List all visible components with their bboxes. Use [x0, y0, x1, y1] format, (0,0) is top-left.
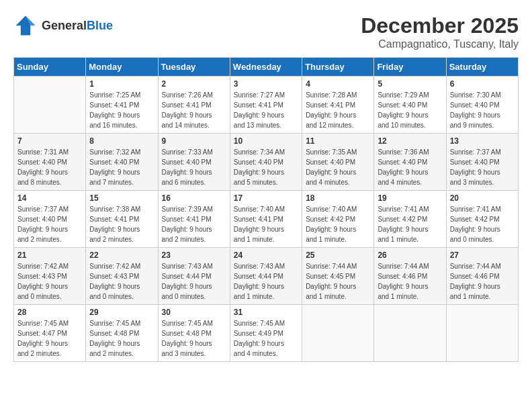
calendar-cell: 13Sunrise: 7:37 AM Sunset: 4:40 PM Dayli… [446, 134, 518, 191]
day-info: Sunrise: 7:34 AM Sunset: 4:40 PM Dayligh… [234, 147, 298, 187]
calendar-cell: 22Sunrise: 7:42 AM Sunset: 4:43 PM Dayli… [86, 248, 158, 305]
calendar-week-1: 7Sunrise: 7:31 AM Sunset: 4:40 PM Daylig… [14, 134, 519, 191]
day-info: Sunrise: 7:44 AM Sunset: 4:46 PM Dayligh… [450, 261, 515, 302]
day-number: 23 [162, 250, 226, 260]
day-info: Sunrise: 7:37 AM Sunset: 4:40 PM Dayligh… [17, 204, 82, 244]
day-info: Sunrise: 7:42 AM Sunset: 4:43 PM Dayligh… [17, 261, 82, 302]
calendar-cell: 25Sunrise: 7:44 AM Sunset: 4:45 PM Dayli… [302, 248, 374, 305]
day-number: 21 [17, 250, 82, 260]
day-info: Sunrise: 7:36 AM Sunset: 4:40 PM Dayligh… [378, 147, 442, 187]
day-info: Sunrise: 7:25 AM Sunset: 4:41 PM Dayligh… [89, 90, 154, 130]
day-number: 9 [162, 136, 226, 146]
day-number: 2 [162, 79, 226, 89]
logo-general: General [42, 19, 87, 32]
day-number: 20 [450, 193, 515, 203]
calendar-cell [302, 305, 374, 362]
day-number: 12 [378, 136, 442, 146]
day-info: Sunrise: 7:44 AM Sunset: 4:46 PM Dayligh… [378, 261, 442, 302]
calendar-cell: 28Sunrise: 7:45 AM Sunset: 4:47 PM Dayli… [14, 305, 86, 362]
calendar-cell: 9Sunrise: 7:33 AM Sunset: 4:40 PM Daylig… [158, 134, 230, 191]
weekday-header-sunday: Sunday [14, 58, 86, 77]
day-info: Sunrise: 7:43 AM Sunset: 4:44 PM Dayligh… [162, 261, 226, 302]
calendar-cell: 18Sunrise: 7:40 AM Sunset: 4:42 PM Dayli… [302, 191, 374, 248]
calendar-cell: 19Sunrise: 7:41 AM Sunset: 4:42 PM Dayli… [374, 191, 446, 248]
day-number: 19 [378, 193, 442, 203]
calendar-cell: 8Sunrise: 7:32 AM Sunset: 4:40 PM Daylig… [86, 134, 158, 191]
day-info: Sunrise: 7:40 AM Sunset: 4:41 PM Dayligh… [234, 204, 298, 244]
day-info: Sunrise: 7:43 AM Sunset: 4:44 PM Dayligh… [234, 261, 298, 302]
day-info: Sunrise: 7:32 AM Sunset: 4:40 PM Dayligh… [89, 147, 154, 187]
day-info: Sunrise: 7:30 AM Sunset: 4:40 PM Dayligh… [450, 90, 515, 130]
day-number: 5 [378, 79, 442, 89]
calendar-cell: 10Sunrise: 7:34 AM Sunset: 4:40 PM Dayli… [230, 134, 302, 191]
day-info: Sunrise: 7:29 AM Sunset: 4:40 PM Dayligh… [378, 90, 442, 130]
day-number: 31 [234, 308, 298, 317]
day-number: 10 [234, 136, 298, 146]
day-info: Sunrise: 7:45 AM Sunset: 4:48 PM Dayligh… [162, 318, 226, 359]
day-number: 13 [450, 136, 515, 146]
calendar-cell: 16Sunrise: 7:39 AM Sunset: 4:41 PM Dayli… [158, 191, 230, 248]
day-number: 3 [234, 79, 298, 89]
weekday-header-thursday: Thursday [302, 58, 374, 77]
day-number: 7 [17, 136, 82, 146]
location-title: Campagnatico, Tuscany, Italy [361, 38, 519, 50]
day-info: Sunrise: 7:27 AM Sunset: 4:41 PM Dayligh… [234, 90, 298, 130]
day-info: Sunrise: 7:45 AM Sunset: 4:48 PM Dayligh… [89, 318, 154, 359]
month-title: December 2025 [361, 13, 519, 38]
calendar-cell: 24Sunrise: 7:43 AM Sunset: 4:44 PM Dayli… [230, 248, 302, 305]
calendar-cell: 3Sunrise: 7:27 AM Sunset: 4:41 PM Daylig… [230, 77, 302, 134]
day-number: 30 [162, 308, 226, 317]
calendar-cell: 31Sunrise: 7:45 AM Sunset: 4:49 PM Dayli… [230, 305, 302, 362]
calendar-table: SundayMondayTuesdayWednesdayThursdayFrid… [13, 57, 519, 362]
day-info: Sunrise: 7:45 AM Sunset: 4:47 PM Dayligh… [17, 318, 82, 359]
day-info: Sunrise: 7:41 AM Sunset: 4:42 PM Dayligh… [378, 204, 442, 244]
logo: GeneralBlue [13, 13, 113, 38]
day-number: 11 [306, 136, 370, 146]
calendar-week-4: 28Sunrise: 7:45 AM Sunset: 4:47 PM Dayli… [14, 305, 519, 362]
day-number: 18 [306, 193, 370, 203]
calendar-header-row: SundayMondayTuesdayWednesdayThursdayFrid… [14, 58, 519, 77]
calendar-week-2: 14Sunrise: 7:37 AM Sunset: 4:40 PM Dayli… [14, 191, 519, 248]
day-info: Sunrise: 7:44 AM Sunset: 4:45 PM Dayligh… [306, 261, 370, 302]
day-info: Sunrise: 7:41 AM Sunset: 4:42 PM Dayligh… [450, 204, 515, 244]
day-number: 17 [234, 193, 298, 203]
calendar-cell [446, 305, 518, 362]
page-header: GeneralBlue December 2025 Campagnatico, … [13, 13, 519, 50]
calendar-cell: 2Sunrise: 7:26 AM Sunset: 4:41 PM Daylig… [158, 77, 230, 134]
day-info: Sunrise: 7:39 AM Sunset: 4:41 PM Dayligh… [162, 204, 226, 244]
day-number: 8 [89, 136, 154, 146]
calendar-cell: 30Sunrise: 7:45 AM Sunset: 4:48 PM Dayli… [158, 305, 230, 362]
day-number: 22 [89, 250, 154, 260]
day-info: Sunrise: 7:45 AM Sunset: 4:49 PM Dayligh… [234, 318, 298, 359]
calendar-cell: 23Sunrise: 7:43 AM Sunset: 4:44 PM Dayli… [158, 248, 230, 305]
day-number: 14 [17, 193, 82, 203]
calendar-cell: 15Sunrise: 7:38 AM Sunset: 4:41 PM Dayli… [86, 191, 158, 248]
calendar-cell: 29Sunrise: 7:45 AM Sunset: 4:48 PM Dayli… [86, 305, 158, 362]
title-area: December 2025 Campagnatico, Tuscany, Ita… [361, 13, 519, 50]
calendar-cell: 6Sunrise: 7:30 AM Sunset: 4:40 PM Daylig… [446, 77, 518, 134]
weekday-header-saturday: Saturday [446, 58, 518, 77]
weekday-header-wednesday: Wednesday [230, 58, 302, 77]
logo-text: GeneralBlue [42, 19, 113, 33]
calendar-cell: 4Sunrise: 7:28 AM Sunset: 4:41 PM Daylig… [302, 77, 374, 134]
day-number: 16 [162, 193, 226, 203]
calendar-cell: 7Sunrise: 7:31 AM Sunset: 4:40 PM Daylig… [14, 134, 86, 191]
day-number: 28 [17, 308, 82, 317]
day-info: Sunrise: 7:33 AM Sunset: 4:40 PM Dayligh… [162, 147, 226, 187]
day-number: 4 [306, 79, 370, 89]
calendar-cell: 21Sunrise: 7:42 AM Sunset: 4:43 PM Dayli… [14, 248, 86, 305]
calendar-cell [374, 305, 446, 362]
calendar-body: 1Sunrise: 7:25 AM Sunset: 4:41 PM Daylig… [14, 77, 519, 362]
logo-blue: Blue [87, 19, 113, 32]
calendar-cell: 1Sunrise: 7:25 AM Sunset: 4:41 PM Daylig… [86, 77, 158, 134]
calendar-cell: 17Sunrise: 7:40 AM Sunset: 4:41 PM Dayli… [230, 191, 302, 248]
weekday-header-tuesday: Tuesday [158, 58, 230, 77]
day-number: 1 [89, 79, 154, 89]
day-info: Sunrise: 7:35 AM Sunset: 4:40 PM Dayligh… [306, 147, 370, 187]
calendar-cell: 14Sunrise: 7:37 AM Sunset: 4:40 PM Dayli… [14, 191, 86, 248]
day-info: Sunrise: 7:37 AM Sunset: 4:40 PM Dayligh… [450, 147, 515, 187]
weekday-header-monday: Monday [86, 58, 158, 77]
calendar-cell: 5Sunrise: 7:29 AM Sunset: 4:40 PM Daylig… [374, 77, 446, 134]
calendar-cell [14, 77, 86, 134]
day-number: 25 [306, 250, 370, 260]
